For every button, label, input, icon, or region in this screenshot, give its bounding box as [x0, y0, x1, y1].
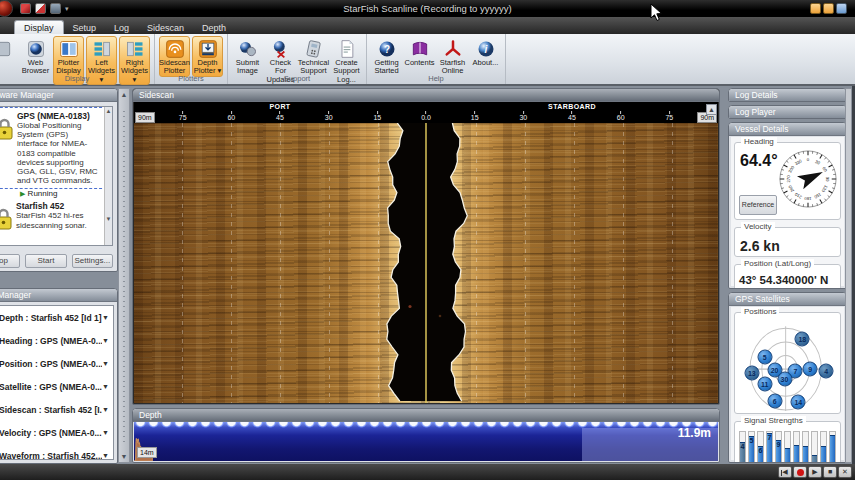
log-details-header[interactable]: Log Details	[729, 89, 846, 102]
sidescan-panel-header[interactable]: Sidescan	[133, 89, 719, 102]
right-scrollbar[interactable]	[845, 88, 852, 463]
chevron-down-icon[interactable]: ▼	[102, 383, 109, 390]
web-browser-icon	[25, 38, 47, 59]
signal-bar-fill: 5	[749, 436, 754, 463]
getting-started-button[interactable]: ?Getting Started	[371, 36, 402, 77]
hardware-device-list[interactable]: GPS (NMEA-0183)Global Positioning System…	[0, 106, 113, 246]
heading-label: Heading	[741, 137, 777, 146]
starfish-online-button[interactable]: Starfish Online	[437, 36, 468, 77]
chevron-down-icon[interactable]: ▼	[102, 337, 109, 344]
signal-bar: 6	[757, 431, 764, 463]
satellite-14: 14	[791, 395, 806, 410]
channel-label: Velocity : GPS (NMEA-0...	[0, 428, 102, 438]
left-splitter-scrollbar[interactable]: ▲ ▼	[118, 88, 130, 463]
tab-setup[interactable]: Setup	[64, 21, 106, 34]
log-channel-row[interactable]: Sidescan : Starfish 452 [I...▼	[0, 398, 113, 421]
vessel-details-header[interactable]: Vessel Details	[729, 123, 846, 136]
satellite-4: 4	[819, 363, 834, 378]
layout-toggle-1-icon[interactable]	[810, 3, 821, 14]
stop-button[interactable]: ■	[823, 466, 837, 478]
running-icon: ▶	[20, 190, 25, 197]
sidescan-scroll-up-icon[interactable]: ▲	[706, 104, 717, 115]
velocity-group: Velocity 2.6 kn	[734, 227, 841, 257]
signal-strengths-label: Signal Strengths	[741, 416, 806, 425]
tab-sidescan[interactable]: Sidescan	[138, 21, 193, 34]
svg-text:270: 270	[786, 175, 791, 183]
signal-bar-fill	[785, 448, 790, 463]
left-dock-column: Hardware Manager GPS (NMEA-0183)Global P…	[0, 86, 118, 465]
splitter-grip[interactable]	[122, 109, 126, 442]
log-channel-row[interactable]: Waveform : Starfish 452...▼	[0, 444, 113, 464]
log-channel-row[interactable]: Velocity : GPS (NMEA-0...▼	[0, 421, 113, 444]
hardware-item[interactable]: Starfish 452StarFish 452 hi-res sidescan…	[0, 198, 112, 246]
settings-button[interactable]: Settings...	[72, 254, 113, 268]
close-button[interactable]: ✕	[838, 466, 852, 478]
channel-label: Position : GPS (NMEA-0...	[0, 359, 102, 369]
depth-panel-header[interactable]: Depth	[133, 409, 719, 422]
sidescan-sonar-image[interactable]	[134, 123, 718, 403]
depth-plotter-button[interactable]: Depth Plotter ▾	[192, 36, 223, 77]
range-tick: 75	[665, 111, 673, 121]
range-tick: 30	[519, 111, 527, 121]
ribbon-group-label: Support	[228, 74, 366, 83]
scroll-down-icon[interactable]: ▼	[119, 453, 129, 460]
tab-depth[interactable]: Depth	[193, 21, 235, 34]
satellite-30: 30	[777, 371, 792, 386]
log-channel-row[interactable]: Position : GPS (NMEA-0...▼	[0, 352, 113, 375]
sidescan-plotter-panel: Sidescan PORT STARBOARD 75604530150.0153…	[132, 88, 720, 405]
chevron-down-icon[interactable]: ▼	[102, 314, 109, 321]
hardware-item-text: Starfish 452StarFish 452 hi-res sidescan…	[16, 201, 102, 243]
channel-label: Satellite : GPS (NMEA-0...	[0, 382, 102, 392]
positions-label: Positions	[741, 307, 779, 316]
ribbon-tab-row: DisplaySetupLogSidescanDepth	[0, 17, 855, 34]
port-label: PORT	[269, 103, 290, 110]
stop-button[interactable]: Stop	[0, 254, 20, 268]
depth-plot[interactable]: 11.9m 14m	[134, 422, 718, 461]
about-button[interactable]: iAbout...	[470, 36, 501, 77]
range-tick: 45	[276, 111, 284, 121]
record-button[interactable]	[793, 466, 807, 478]
layout-toggle-3-icon[interactable]	[836, 3, 847, 14]
water-column	[380, 123, 472, 403]
ribbon-group-plotters: Sidescan PlotterDepth Plotter ▾Plotters	[155, 34, 228, 84]
check-updates-icon	[270, 38, 292, 59]
log-player-header[interactable]: Log Player	[729, 106, 846, 119]
position-label: Position (Lat/Long)	[741, 259, 814, 268]
hardware-item[interactable]: GPS (NMEA-0183)Global Positioning System…	[0, 107, 112, 189]
layout-toggle-2-icon[interactable]	[823, 3, 834, 14]
range-tick: 60	[617, 111, 625, 121]
range-tick: 60	[227, 111, 235, 121]
chevron-down-icon[interactable]: ▼	[102, 406, 109, 413]
sidescan-plotter-button[interactable]: Sidescan Plotter	[159, 36, 190, 77]
log-channel-row[interactable]: Satellite : GPS (NMEA-0...▼	[0, 375, 113, 398]
vessel-details-body: Heading 64.4° 03060901201501802102402703…	[731, 137, 844, 286]
contents-icon	[409, 38, 431, 59]
log-manager-header[interactable]: Log Manager	[0, 289, 117, 302]
log-details-panel: Log Details	[728, 88, 847, 102]
prev-button[interactable]: ◀	[778, 466, 792, 478]
start-button[interactable]: Start	[25, 254, 66, 268]
range-tick: 0.0	[421, 111, 431, 121]
hardware-manager-header[interactable]: Hardware Manager	[0, 89, 117, 102]
gps-satellites-header[interactable]: GPS Satellites	[729, 293, 846, 306]
gps-satellites-body: Positions 18520794131130614 Signal Stren…	[731, 307, 844, 460]
tab-display[interactable]: Display	[14, 20, 64, 34]
signal-bar: 7	[766, 431, 773, 463]
signal-bar: 4	[739, 431, 746, 463]
signal-bar-fill: 4	[740, 442, 745, 463]
scroll-up-icon[interactable]: ▲	[119, 91, 129, 98]
signal-bar	[811, 431, 818, 463]
log-channel-row[interactable]: Heading : GPS (NMEA-0...▼	[0, 329, 113, 352]
log-channel-row[interactable]: Depth : Starfish 452 [Id 1]▼	[0, 306, 113, 329]
contents-button[interactable]: Contents	[404, 36, 435, 77]
hardware-list-scrollbar[interactable]: ▲▼	[104, 107, 112, 245]
position-group: Position (Lat/Long) 43° 54.340000' N 008…	[734, 264, 841, 289]
chevron-down-icon[interactable]: ▼	[102, 452, 109, 459]
reference-button[interactable]: Reference	[739, 195, 777, 215]
chevron-down-icon[interactable]: ▼	[102, 360, 109, 367]
tab-log[interactable]: Log	[105, 21, 138, 34]
chevron-down-icon[interactable]: ▼	[102, 429, 109, 436]
play-button[interactable]: ▶	[808, 466, 822, 478]
position-latitude: 43° 54.340000' N	[735, 273, 840, 288]
ribbon-group-label: Plotters	[155, 74, 227, 83]
